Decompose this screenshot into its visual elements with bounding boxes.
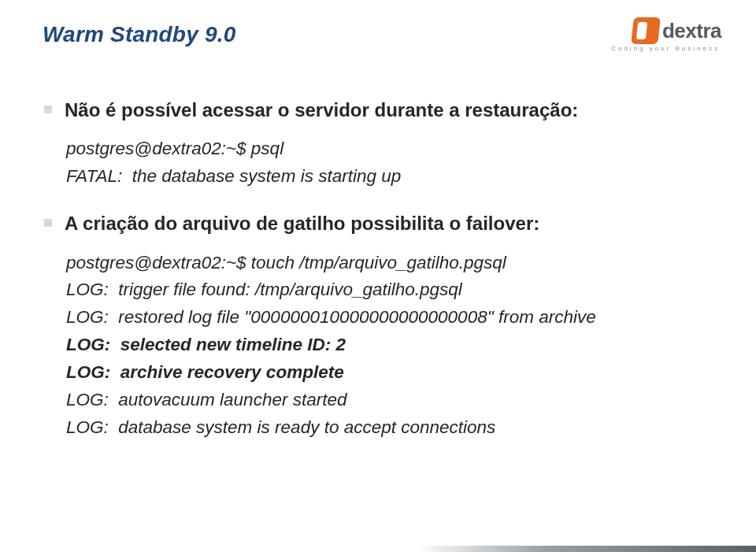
logo-mark-icon: [631, 17, 661, 44]
code-line: postgres@dextra02:~$ touch /tmp/arquivo_…: [66, 250, 713, 277]
logo-main: dextra: [632, 17, 721, 44]
bullet-text: A criação do arquivo de gatilho possibil…: [65, 211, 539, 236]
code-line-bold: LOG: selected new timeline ID: 2: [66, 332, 713, 359]
code-line: LOG: restored log file "0000000100000000…: [66, 304, 713, 332]
page-title: Warm Standby 9.0: [43, 22, 235, 47]
footer-decoration: [0, 546, 756, 552]
code-block: postgres@dextra02:~$ touch /tmp/arquivo_…: [66, 250, 713, 442]
code-line: LOG: trigger file found: /tmp/arquivo_ga…: [66, 276, 713, 304]
logo-tagline: Coding your Business: [611, 45, 720, 52]
code-line-bold: LOG: archive recovery complete: [66, 359, 713, 387]
code-line: FATAL: the database system is starting u…: [66, 163, 713, 191]
code-block: postgres@dextra02:~$ psql FATAL: the dat…: [66, 135, 713, 191]
bullet-item: Não é possível acessar o servidor durant…: [44, 98, 713, 123]
bullet-icon: [44, 219, 52, 227]
bullet-text: Não é possível acessar o servidor durant…: [65, 98, 578, 123]
bullet-item: A criação do arquivo de gatilho possibil…: [44, 211, 713, 236]
content: Não é possível acessar o servidor durant…: [44, 98, 713, 442]
code-line: LOG: autovacuum launcher started: [66, 387, 713, 414]
bullet-icon: [44, 106, 52, 113]
code-line: postgres@dextra02:~$ psql: [66, 135, 713, 163]
logo: dextra Coding your Business: [611, 17, 721, 52]
header: Warm Standby 9.0 dextra Coding your Busi…: [43, 22, 713, 52]
slide: Warm Standby 9.0 dextra Coding your Busi…: [0, 0, 756, 552]
logo-brand: dextra: [662, 19, 721, 43]
code-line: LOG: database system is ready to accept …: [66, 414, 713, 442]
